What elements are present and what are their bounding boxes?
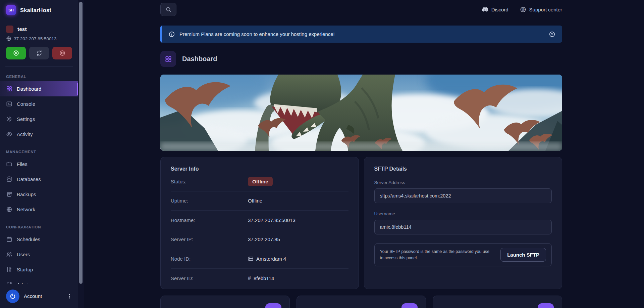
sidebar-item-backups[interactable]: Backups (0, 187, 78, 202)
sidebar-item-databases[interactable]: Databases (0, 172, 78, 187)
stop-button[interactable] (52, 47, 72, 59)
play-circle-icon (13, 50, 19, 56)
sftp-username-label: Username (374, 211, 552, 216)
power-controls (0, 41, 78, 66)
sidebar-scrollbar-thumb[interactable] (79, 2, 83, 284)
info-icon (168, 31, 175, 38)
account-footer[interactable]: Account (0, 284, 78, 308)
sliders-icon (6, 266, 12, 273)
sftp-details-card: SFTP Details Server Address Username You… (364, 157, 562, 289)
sidebar-item-activity[interactable]: Activity (0, 127, 78, 142)
row-label: Server IP: (171, 236, 248, 242)
terminal-icon (6, 101, 12, 107)
hash-icon: # (248, 275, 251, 281)
svg-text:@: @ (522, 8, 525, 11)
nav-section-management: MANAGEMENT (0, 150, 78, 154)
nav-item-label: Schedules (17, 236, 40, 242)
sidebar: SH SkailarHost test 37.202.207.85:50013 … (0, 0, 78, 308)
eye-icon (6, 131, 12, 137)
nav-item-label: Users (17, 252, 30, 257)
sftp-title: SFTP Details (374, 166, 552, 172)
sidebar-item-network[interactable]: Network (0, 202, 78, 217)
launch-sftp-button[interactable]: Launch SFTP (500, 248, 546, 262)
nav-item-label: Startup (17, 267, 33, 272)
disk-usage-card: Disk Usage: (433, 296, 562, 308)
disk-icon-badge (538, 303, 554, 308)
status-badge: Offline (248, 177, 273, 186)
row-label: Server ID: (171, 275, 248, 281)
account-menu-button[interactable] (67, 293, 72, 299)
row-label: Hostname: (171, 217, 248, 223)
sftp-address-input[interactable] (374, 188, 552, 203)
usage-cards: CPU Usage: Memory Usage: Disk Usage: (160, 296, 562, 308)
discord-link[interactable]: Discord (482, 7, 508, 12)
stop-circle-icon (59, 50, 66, 56)
server-status-swatch (6, 26, 13, 33)
sidebar-item-users[interactable]: Users (0, 247, 78, 262)
discord-icon (482, 7, 488, 12)
sidebar-item-settings[interactable]: Settings (0, 112, 78, 127)
support-center-link[interactable]: @ Support center (520, 6, 562, 13)
info-row-status: Status: Offline (171, 172, 348, 191)
row-label: Node ID: (171, 256, 248, 262)
dashboard-icon-badge (160, 51, 176, 67)
row-value: 8febb114 (254, 275, 274, 281)
server-name: test (17, 26, 27, 32)
brand-logo: SH (6, 5, 16, 15)
discord-label: Discord (491, 7, 508, 12)
memory-icon-badge (401, 303, 418, 308)
sidebar-item-startup[interactable]: Startup (0, 262, 78, 277)
row-label: Status: (171, 179, 248, 184)
alert-dismiss-button[interactable] (549, 31, 555, 38)
sidebar-item-dashboard[interactable]: Dashboard (0, 81, 78, 96)
nav-item-label: Dashboard (17, 86, 41, 92)
account-avatar (6, 290, 19, 303)
sidebar-item-console[interactable]: Console (0, 96, 78, 112)
brand-logo-text: SH (8, 8, 13, 12)
nav-section-configuration: CONFIGURATION (0, 225, 78, 229)
sftp-note-text: Your SFTP password is the same as the pa… (380, 249, 491, 261)
server-info-card: Server Info Status: Offline Uptime: Offl… (160, 157, 359, 289)
sftp-username-input[interactable] (374, 220, 552, 234)
sidebar-nav: GENERAL Dashboard Console Settings Activ… (0, 75, 78, 292)
nav-item-label: Console (17, 101, 35, 107)
power-icon (9, 293, 16, 300)
at-circle-icon: @ (520, 6, 526, 13)
server-banner-image (160, 75, 562, 151)
cpu-usage-card: CPU Usage: (160, 296, 290, 308)
close-circle-icon (549, 31, 555, 38)
server-node-icon (248, 256, 254, 262)
search-button[interactable] (160, 3, 176, 16)
sidebar-scrollbar-track[interactable] (78, 0, 84, 308)
nav-section-general: GENERAL (0, 75, 78, 79)
server-info-title: Server Info (171, 166, 348, 172)
grid-icon (6, 86, 12, 92)
info-row-server-ip: Server IP: 37.202.207.85 (171, 230, 348, 250)
info-row-server-id: Server ID: # 8febb114 (171, 269, 348, 288)
sftp-note-box: Your SFTP password is the same as the pa… (374, 243, 552, 266)
search-icon (165, 6, 172, 13)
row-value: 37.202.207.85 (248, 236, 348, 242)
topbar: Discord @ Support center (160, 3, 562, 16)
account-label: Account (24, 293, 42, 299)
start-button[interactable] (6, 47, 26, 59)
archive-icon (6, 191, 12, 197)
dinosaur-artwork (160, 75, 562, 151)
folder-icon (6, 161, 12, 167)
globe-icon (6, 36, 11, 41)
row-value: 37.202.207.85:50013 (248, 217, 348, 223)
server-summary: test 37.202.207.85:50013 (0, 20, 78, 41)
premium-alert-banner: Premium Plans are coming soon to enhance… (160, 26, 562, 43)
row-value: Offline (248, 198, 348, 204)
page-header: Dashboard (160, 51, 562, 67)
sftp-address-label: Server Address (374, 180, 552, 185)
nav-item-label: Activity (17, 131, 33, 137)
sidebar-item-files[interactable]: Files (0, 157, 78, 172)
refresh-icon (36, 50, 43, 56)
restart-button[interactable] (29, 47, 49, 59)
nav-item-label: Databases (17, 176, 41, 182)
info-row-hostname: Hostname: 37.202.207.85:50013 (171, 211, 348, 230)
grid-icon (165, 55, 172, 63)
kebab-menu-icon (67, 293, 72, 299)
sidebar-item-schedules[interactable]: Schedules (0, 232, 78, 247)
